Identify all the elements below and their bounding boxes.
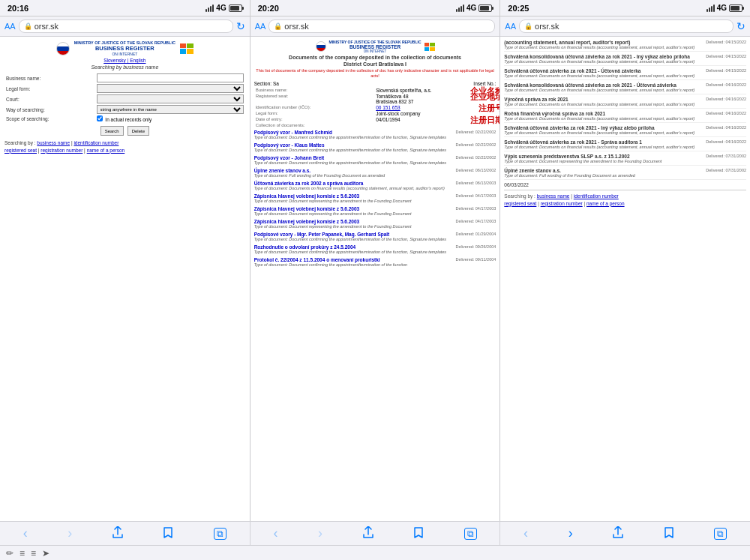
fin-doc-type-8: Type of document: Document representing … <box>504 159 746 163</box>
fin-doc-8: Výpis uznesenia predstavenstva SLSP a.s.… <box>504 154 746 166</box>
arrow-icon[interactable]: ➤ <box>42 548 50 559</box>
tabs-button-1[interactable]: ⧉ <box>214 528 226 540</box>
reg-seat-label: Registered seat: <box>254 93 374 104</box>
reload-button-3[interactable]: ↻ <box>736 20 746 32</box>
doc-title-item-4[interactable]: Úplne znenie stanov a.s. <box>254 168 454 173</box>
lang-links-1[interactable]: Slovensky | English <box>4 58 245 63</box>
warning-text-2: This list of documents of the company de… <box>254 68 496 79</box>
fin-doc-1: Schválená konsolidovaná účtovná závierka… <box>504 54 746 66</box>
doc-type-5: Type of document: Documents on financial… <box>254 186 496 190</box>
fin-doc-title-2[interactable]: Schválená účtovná závierka za rok 2021 -… <box>504 68 704 73</box>
doc-title-item-11[interactable]: Protokol č. 22/2004 z 11.5.2004 o menova… <box>254 257 454 262</box>
fin-doc-delivered-8: Delivered: 07/31/2002 <box>706 154 746 158</box>
date-label-2: Date of entry: <box>254 116 374 122</box>
back-button-3[interactable]: ‹ <box>524 526 528 541</box>
fin-doc-title-5[interactable]: Ročná finančná výročná správa za rok 202… <box>504 111 704 116</box>
url-text-2: orsr.sk <box>284 22 308 31</box>
search-button-1[interactable]: Search <box>100 126 124 136</box>
slovak-logo-2 <box>316 41 326 52</box>
ms-logo <box>180 43 194 54</box>
collection-label: Collection of documents: <box>254 122 374 127</box>
status-right-3: 4G <box>706 4 742 12</box>
tabs-button-3[interactable]: ⧉ <box>714 528 727 540</box>
forward-button-2[interactable]: › <box>318 526 322 541</box>
reload-button-1[interactable]: ↻ <box>236 20 245 32</box>
section-label: Section: Sa <box>254 81 279 86</box>
doc-type-11: Type of document: Document confirming th… <box>254 262 496 267</box>
biz-name-label: Business name: <box>254 87 374 93</box>
bookmarks-button-2[interactable] <box>413 526 424 541</box>
fin-doc-title-4[interactable]: Výročná správa za rok 2021 <box>504 97 704 102</box>
doc-title-item-1[interactable]: Podpisový vzor - Manfred Schmid <box>254 130 454 135</box>
time-1: 20:16 <box>8 4 28 13</box>
fin-doc-9: Úplné znenie stanov a.s. Delivered: 07/3… <box>504 168 746 180</box>
forward-button-1[interactable]: › <box>68 526 72 541</box>
share-button-3[interactable] <box>613 526 623 541</box>
doc-item-1: Podpisový vzor - Manfred Schmid Delivere… <box>254 130 496 141</box>
doc-item-10: Rozhodnutie o odvolaní prokúry z 24.5.20… <box>254 244 496 256</box>
doc-item-11: Protokol č. 22/2004 z 11.5.2004 o menova… <box>254 257 496 268</box>
doc-type-2: Type of document: Document confirming th… <box>254 148 496 152</box>
doc-title-item-3[interactable]: Podpisový vzor - Johann Breit <box>254 155 454 160</box>
fin-doc-title-0[interactable]: (accounting statement, annual report, au… <box>504 40 704 45</box>
legal-form-select[interactable] <box>97 84 244 93</box>
fin-doc-delivered-3: Delivered: 04/16/2022 <box>706 82 746 87</box>
aa-button-1[interactable]: AA <box>4 22 16 31</box>
bookmarks-button-3[interactable] <box>664 526 674 541</box>
way-select[interactable]: string anywhere in the name <box>97 105 244 114</box>
lock-icon-3: 🔒 <box>524 22 532 30</box>
back-button-2[interactable]: ‹ <box>273 526 278 541</box>
doc-item-8: Zápisnica hlavnej volebnej komisie z 5.6… <box>254 219 496 230</box>
url-bar-2[interactable]: 🔒 orsr.sk <box>268 19 495 33</box>
business-name-input[interactable] <box>97 73 244 82</box>
pen-icon[interactable]: ✏ <box>6 548 14 559</box>
fin-doc-6: Schválená účtovná závierka za rok 2021 -… <box>504 125 746 137</box>
lines2-icon[interactable]: ≡ <box>31 548 36 559</box>
url-bar-1[interactable]: 🔒 orsr.sk <box>19 19 233 33</box>
page-content-3: (accounting statement, annual report, au… <box>500 37 750 521</box>
back-button-1[interactable]: ‹ <box>23 526 28 541</box>
signal-bars-3 <box>706 4 715 12</box>
fin-doc-title-7[interactable]: Schválená účtovná závierka za rok 2021 -… <box>504 139 704 145</box>
id-num-label: Identification number (IČO): <box>254 104 374 110</box>
scope-checkbox[interactable] <box>97 115 103 121</box>
battery-2 <box>478 4 492 12</box>
doc-title-item-6[interactable]: Zápisnica hlavnej volebnej komisie z 5.6… <box>254 193 454 199</box>
fin-doc-title-3[interactable]: Schválená konsolidovaná účtovná závierka… <box>504 82 704 88</box>
doc-title-item-8[interactable]: Zápisnica hlavnej volebnej komisie z 5.6… <box>254 219 454 224</box>
lines-icon[interactable]: ≡ <box>20 548 25 559</box>
bookmarks-button-1[interactable] <box>163 526 173 541</box>
tabs-button-2[interactable]: ⧉ <box>464 528 477 540</box>
fin-doc-title-8[interactable]: Výpis uznesenia predstavenstva SLSP a.s.… <box>504 154 704 159</box>
forward-button-3[interactable]: › <box>568 526 573 541</box>
fin-doc-title-1[interactable]: Schválená konsolidovaná účtovná závierka… <box>504 54 704 59</box>
fin-doc-title-9[interactable]: Úplné znenie stanov a.s. <box>504 168 704 173</box>
panel-3: AA 🔒 orsr.sk ↻ (accounting statement, an… <box>500 16 750 521</box>
bottom-search-3: Searching by : business name | identific… <box>504 190 746 208</box>
aa-button-2[interactable]: AA <box>255 22 266 31</box>
url-text-1: orsr.sk <box>34 22 58 31</box>
doc-title-item-2[interactable]: Podpisový vzor - Klaus Mattes <box>254 142 454 148</box>
doc-title-item-7[interactable]: Zápisnica hlavnej volebnej komisie z 5.6… <box>254 206 454 211</box>
court-select[interactable] <box>97 94 244 103</box>
doc-title-item-5[interactable]: Účtovná závierka za rok 2002 a správa au… <box>254 181 454 186</box>
status-bar-3: 20:25 4G <box>500 0 750 16</box>
url-bar-3[interactable]: 🔒 orsr.sk <box>519 19 734 33</box>
delete-button-1[interactable]: Delete <box>128 126 149 136</box>
fin-doc-delivered-5: Delivered: 04/16/2022 <box>706 111 746 115</box>
share-button-1[interactable] <box>112 526 123 541</box>
doc-delivered-7: Delivered: 04/17/2003 <box>456 206 496 211</box>
network-2: 4G <box>466 4 476 12</box>
aa-button-3[interactable]: AA <box>505 22 516 31</box>
fin-doc-title-6[interactable]: Schválená účtovná závierka za rok 2021 -… <box>504 125 704 130</box>
doc-title-item-9[interactable]: Podpisové vzory - Mgr. Peter Papanek, Ma… <box>254 232 454 237</box>
doc-delivered-8: Delivered: 04/17/2003 <box>456 219 496 223</box>
panels-container: AA 🔒 orsr.sk ↻ MINISTRY OF JUSTICE OF TH… <box>0 16 750 521</box>
bottom-toolbar-3: ‹ › ⧉ <box>500 522 750 545</box>
url-text-3: orsr.sk <box>535 22 559 31</box>
doc-title-item-10[interactable]: Rozhodnutie o odvolaní prokúry z 24.5.20… <box>254 244 454 250</box>
lock-icon-2: 🔒 <box>274 22 282 30</box>
doc-type-4: Type of document: Full wording of the Fo… <box>254 173 496 178</box>
doc-type-8: Type of document: Document representing … <box>254 224 496 229</box>
share-button-2[interactable] <box>363 526 374 541</box>
